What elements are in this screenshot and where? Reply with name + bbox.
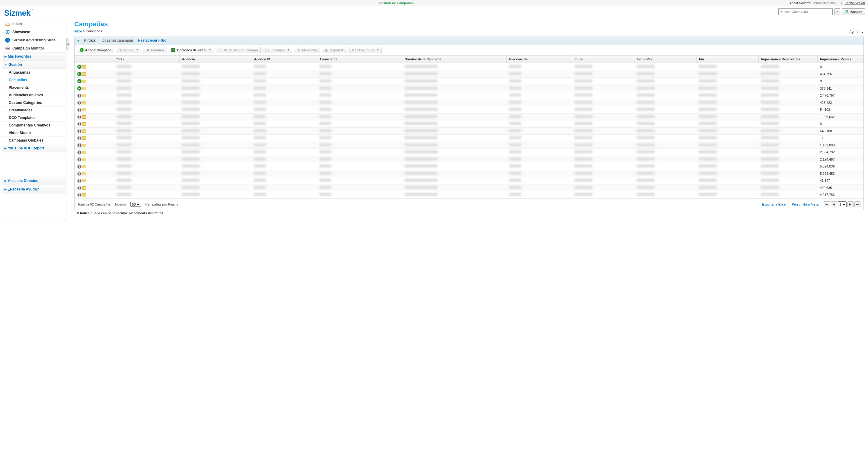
sidebar-section-label: Gestión <box>8 62 22 67</box>
search-icon <box>845 10 849 14</box>
col-placements[interactable]: Placements <box>507 56 572 63</box>
redacted <box>637 80 655 83</box>
redacted <box>509 115 521 118</box>
col-anunciante[interactable]: Anunciante <box>317 56 402 63</box>
table-row[interactable]: ❚❚4,217,786 <box>75 191 864 198</box>
redacted <box>319 129 331 132</box>
view-order-button[interactable]: 📄 Ver Orden de Compra <box>216 47 261 53</box>
logout-link[interactable]: Cerrar Sesión <box>844 1 865 5</box>
sidebar-item-creatividades[interactable]: Creatividades <box>2 106 66 114</box>
table-row[interactable]: ❚❚5,928,456 <box>75 170 864 177</box>
sidebar-item-anunciantes[interactable]: Anunciantes <box>2 69 66 76</box>
col-status[interactable] <box>75 56 114 63</box>
user-name[interactable]: Anaid Navarro <box>789 1 811 5</box>
play-circle-icon <box>5 30 10 34</box>
col-imp-res[interactable]: Impresiones Reservadas <box>758 56 817 63</box>
export-excel-link[interactable]: Exportar a Excel <box>762 203 786 206</box>
table-row[interactable]: ▶378,341 <box>75 85 864 92</box>
redacted <box>699 108 717 111</box>
col-inicio-real[interactable]: Inicio Real <box>634 56 696 63</box>
col-inicio[interactable]: Inicio <box>572 56 634 63</box>
sidebar-section-label: YouTube ADH Report <box>8 146 44 150</box>
table-row[interactable]: ❚❚645,188 <box>75 127 864 134</box>
search-type-dropdown[interactable]: ▼ <box>835 8 840 15</box>
sidebar-item-video-studio[interactable]: Video Studio <box>2 129 66 137</box>
search-button[interactable]: Buscar <box>842 8 865 15</box>
sidebar-item-componentes-creativos[interactable]: Componentes Creativos <box>2 122 66 129</box>
cell-impresiones-reales: 5,524,036 <box>817 163 864 170</box>
redacted <box>182 164 200 167</box>
sidebar-section-youtube[interactable]: ▶ YouTube ADH Report <box>2 144 66 152</box>
table-row[interactable]: ❚❚5 <box>75 120 864 128</box>
copy-id-button[interactable]: ⎘ Copiar ID <box>322 47 347 53</box>
per-page-label: Campañas por Página <box>145 203 178 206</box>
table-row[interactable]: ❚❚2,124,467 <box>75 156 864 163</box>
table-row[interactable]: ❚❚2,476,797 <box>75 92 864 99</box>
breadcrumb-home[interactable]: Inicio <box>74 29 82 33</box>
sidebar-item-label: Sizmek Advertising Suite <box>12 38 56 42</box>
sidebar-item-custom-categories[interactable]: Custom Categories <box>2 99 66 106</box>
sidebar-section-accesos[interactable]: ▶ Accesos Directos <box>2 177 66 185</box>
sidebar-item-campañas-globales[interactable]: Campañas Globales <box>2 137 66 144</box>
table-row[interactable]: ❚❚1,189,090 <box>75 142 864 149</box>
col-imp-real[interactable]: Impresiones Reales <box>817 56 864 63</box>
col-agency-id[interactable]: Agency ID <box>251 56 317 63</box>
col-fin[interactable]: Fin <box>696 56 758 63</box>
excel-options-button[interactable]: X Opciones de Excel ▼ <box>169 47 214 53</box>
table-row[interactable]: ❚❚499,635 <box>75 184 864 191</box>
col-nombre[interactable]: Nombre de la Campaña <box>402 56 507 63</box>
redacted <box>761 179 779 182</box>
page-size-select[interactable]: 50 <box>130 202 141 207</box>
search-input[interactable] <box>778 8 833 15</box>
redacted <box>509 136 521 139</box>
triangle-right-icon[interactable]: ▶ <box>78 39 80 42</box>
table-row[interactable]: ❚❚1,926,032 <box>75 113 864 120</box>
filters-reset-link[interactable]: Restablecer Filtro <box>138 38 166 42</box>
customize-view-link[interactable]: Personalizar Vista <box>792 203 818 206</box>
table-row[interactable]: ▶0 <box>75 63 864 70</box>
col-agencia[interactable]: Agencia <box>179 56 251 63</box>
sidebar-section-favoritos[interactable]: ▶ Mis Favoritos <box>2 53 66 61</box>
sidebar-item-audiencias-objetivo[interactable]: Audiencias objetivo <box>2 91 66 99</box>
table-row[interactable]: ❚❚41,147 <box>75 177 864 184</box>
table-scroll[interactable]: *ID▼ Agencia Agency ID Anunciante Nombre… <box>74 55 864 198</box>
table-row[interactable]: ❚❚5,524,036 <box>75 163 864 170</box>
bookmark-button[interactable]: ☆ Marcador <box>294 47 320 53</box>
sidebar-item-dco-templates[interactable]: DCO Templates <box>2 114 66 122</box>
cell-impresiones-reales: 2,476,797 <box>817 92 864 99</box>
first-page-button[interactable]: ⏮ <box>824 201 830 207</box>
table-row[interactable]: ❚❚425,422 <box>75 99 864 106</box>
more-options-button[interactable]: Más Opciones ▼ <box>349 47 382 53</box>
table-row[interactable]: ▶0 <box>75 78 864 85</box>
prev-page-button[interactable]: ◀ <box>831 201 837 207</box>
delete-button[interactable]: ✖ Eliminar <box>143 47 167 53</box>
sidebar-section-ayuda[interactable]: ▶ ¿Necesita Ayuda? <box>2 185 66 193</box>
redacted <box>254 87 266 90</box>
add-campaign-button[interactable]: Añadir Campaña <box>77 47 114 53</box>
page-select[interactable]: 1 <box>838 201 846 207</box>
reports-button[interactable]: 📊 Informes ▼ <box>262 47 292 53</box>
sidebar-item-campañas[interactable]: Campañas <box>2 76 66 84</box>
help-link[interactable]: Ayuda ▼ <box>849 30 864 34</box>
redacted <box>699 122 717 125</box>
redacted <box>254 179 266 182</box>
col-id[interactable]: *ID▼ <box>114 56 180 63</box>
table-row[interactable]: ❚❚54,102 <box>75 106 864 114</box>
next-page-button[interactable]: ▶ <box>847 201 854 207</box>
redacted <box>761 108 779 111</box>
table-row[interactable]: ❚❚2,354,792 <box>75 149 864 156</box>
redacted <box>319 80 331 83</box>
sidebar-item-showcase[interactable]: Showcase <box>2 28 66 36</box>
last-page-button[interactable]: ⏭ <box>855 201 861 207</box>
sidebar-item-inicio[interactable]: Inicio <box>2 20 66 28</box>
edit-button[interactable]: ✎ Editar ▼ <box>116 47 141 53</box>
sidebar-section-gestion[interactable]: ▼ Gestión <box>2 61 66 69</box>
redacted <box>574 172 592 175</box>
sidebar-collapse-handle[interactable]: ◀ <box>66 38 69 50</box>
sidebar-item-campaign-monitor[interactable]: Campaign Monitor <box>2 44 66 53</box>
redacted <box>637 186 655 189</box>
sidebar-item-placements[interactable]: Placements <box>2 84 66 91</box>
table-row[interactable]: ❚❚11 <box>75 134 864 142</box>
table-row[interactable]: ▶454,756 <box>75 70 864 78</box>
sidebar-item-sizmek-advertising-suite[interactable]: SSizmek Advertising Suite <box>2 36 66 44</box>
